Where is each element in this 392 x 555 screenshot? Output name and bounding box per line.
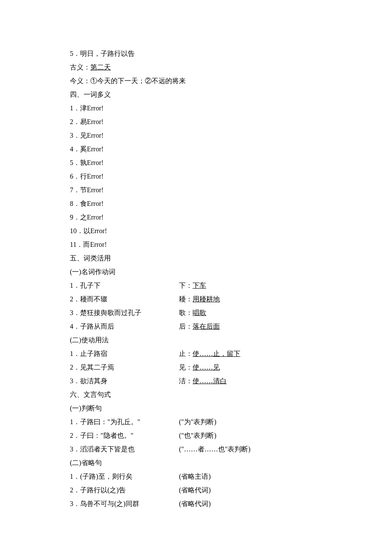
text-content: 3．见Error! — [70, 129, 104, 142]
left-column-text: 3．滔滔者天下皆是也 — [70, 442, 179, 456]
left-column-text: 2．耰而不辍 — [70, 292, 179, 306]
right-column: 洁：使……清白 — [179, 374, 322, 388]
left-column-text: 2．子曰："隐者也。" — [70, 429, 179, 442]
text-content: 2．易Error! — [70, 115, 104, 129]
label-text: 古义： — [70, 61, 90, 74]
text-line: (二)省略句 — [70, 456, 322, 470]
two-column-line: 1．止子路宿止：使……止，留下 — [70, 347, 322, 361]
right-label: 止： — [179, 350, 193, 357]
right-column: 止：使……止，留下 — [179, 347, 322, 361]
text-line: 6．行Error! — [70, 170, 322, 183]
right-underlined-text: 使……清白 — [193, 377, 227, 384]
text-line: 2．易Error! — [70, 115, 322, 129]
text-content: (二)省略句 — [70, 456, 102, 470]
text-content: 7．节Error! — [70, 183, 104, 197]
text-content: (二)使动用法 — [70, 333, 109, 347]
left-column-text: 3．鸟兽不可与(之)同群 — [70, 497, 179, 511]
text-line: 5．明日，子路行以告 — [70, 47, 322, 61]
right-column-text: (省略代词) — [179, 483, 322, 497]
text-content: 8．食Error! — [70, 197, 104, 211]
text-content: 9．之Error! — [70, 211, 104, 224]
right-underlined-text: 使……见 — [193, 364, 220, 371]
text-line: 10．以Error! — [70, 224, 322, 238]
text-line: 9．之Error! — [70, 211, 322, 224]
two-column-line: 2．子曰："隐者也。"("也"表判断) — [70, 429, 322, 442]
text-line: 3．见Error! — [70, 129, 322, 142]
text-content: 六、文言句式 — [70, 388, 111, 402]
underlined-text: 第二天 — [90, 61, 111, 74]
two-column-line: 1．子路曰："为孔丘。"("为"表判断) — [70, 415, 322, 429]
right-underlined-text: 落在后面 — [193, 323, 220, 330]
text-line: 五、词类活用 — [70, 251, 322, 265]
right-column: 后：落在后面 — [179, 320, 322, 333]
right-column: 下：下车 — [179, 279, 322, 292]
right-column: 见：使……见 — [179, 361, 322, 374]
two-column-line: 2．子路行以(之)告(省略代词) — [70, 483, 322, 497]
left-column-text: 1．(子路)至，则行矣 — [70, 470, 179, 483]
text-line: 1．津Error! — [70, 101, 322, 115]
right-column: 耰：用耰耕地 — [179, 292, 322, 306]
two-column-line: 3．鸟兽不可与(之)同群(省略代词) — [70, 497, 322, 511]
two-column-line: 4．子路从而后后：落在后面 — [70, 320, 322, 333]
left-column-text: 1．子路曰："为孔丘。" — [70, 415, 179, 429]
two-column-line: 3．欲洁其身洁：使……清白 — [70, 374, 322, 388]
left-column-text: 2．子路行以(之)告 — [70, 483, 179, 497]
text-content: 5．孰Error! — [70, 156, 104, 170]
text-content: 4．奚Error! — [70, 142, 104, 156]
right-column-text: ("为"表判断) — [179, 415, 322, 429]
right-label: 歌： — [179, 309, 193, 316]
two-column-line: 3．滔滔者天下皆是也("……者……也"表判断) — [70, 442, 322, 456]
text-content: (一)判断句 — [70, 402, 102, 415]
text-line: (二)使动用法 — [70, 333, 322, 347]
two-column-line: 1．孔子下下：下车 — [70, 279, 322, 292]
right-label: 见： — [179, 364, 193, 371]
right-underlined-text: 使……止，留下 — [193, 350, 240, 357]
text-line: 8．食Error! — [70, 197, 322, 211]
text-line: 4．奚Error! — [70, 142, 322, 156]
text-content: (一)名词作动词 — [70, 265, 115, 279]
text-line: (一)判断句 — [70, 402, 322, 415]
text-line: 7．节Error! — [70, 183, 322, 197]
text-line: 四、一词多义 — [70, 88, 322, 101]
right-column-text: ("也"表判断) — [179, 429, 322, 442]
two-column-line: 2．见其二子焉见：使……见 — [70, 361, 322, 374]
right-underlined-text: 下车 — [193, 282, 206, 289]
two-column-line: 2．耰而不辍耰：用耰耕地 — [70, 292, 322, 306]
left-column-text: 4．子路从而后 — [70, 320, 179, 333]
text-content: 今义：①今天的下一天；②不远的将来 — [70, 74, 186, 88]
left-column-text: 2．见其二子焉 — [70, 361, 179, 374]
text-content: 五、词类活用 — [70, 251, 111, 265]
text-line: 5．孰Error! — [70, 156, 322, 170]
right-column-text: ("……者……也"表判断) — [179, 442, 322, 456]
left-column-text: 3．欲洁其身 — [70, 374, 179, 388]
right-label: 下： — [179, 282, 193, 289]
right-label: 洁： — [179, 377, 193, 384]
left-column-text: 3．楚狂接舆歌而过孔子 — [70, 306, 179, 320]
text-content: 11．而Error! — [70, 238, 107, 251]
text-content: 5．明日，子路行以告 — [70, 47, 135, 61]
left-column-text: 1．孔子下 — [70, 279, 179, 292]
right-label: 后： — [179, 323, 193, 330]
two-column-line: 3．楚狂接舆歌而过孔子歌：唱歌 — [70, 306, 322, 320]
labeled-line: 古义：第二天 — [70, 61, 322, 74]
right-column: 歌：唱歌 — [179, 306, 322, 320]
right-column-text: (省略代词) — [179, 497, 322, 511]
right-underlined-text: 用耰耕地 — [193, 295, 220, 303]
document-page: 5．明日，子路行以告古义：第二天今义：①今天的下一天；②不远的将来四、一词多义1… — [0, 0, 392, 536]
text-line: 今义：①今天的下一天；②不远的将来 — [70, 74, 322, 88]
right-underlined-text: 唱歌 — [193, 309, 206, 316]
left-column-text: 1．止子路宿 — [70, 347, 179, 361]
right-label: 耰： — [179, 295, 193, 303]
text-line: (一)名词作动词 — [70, 265, 322, 279]
text-content: 1．津Error! — [70, 101, 104, 115]
text-content: 6．行Error! — [70, 170, 104, 183]
text-line: 11．而Error! — [70, 238, 322, 251]
text-line: 六、文言句式 — [70, 388, 322, 402]
two-column-line: 1．(子路)至，则行矣(省略主语) — [70, 470, 322, 483]
text-content: 四、一词多义 — [70, 88, 111, 101]
text-content: 10．以Error! — [70, 224, 107, 238]
right-column-text: (省略主语) — [179, 470, 322, 483]
